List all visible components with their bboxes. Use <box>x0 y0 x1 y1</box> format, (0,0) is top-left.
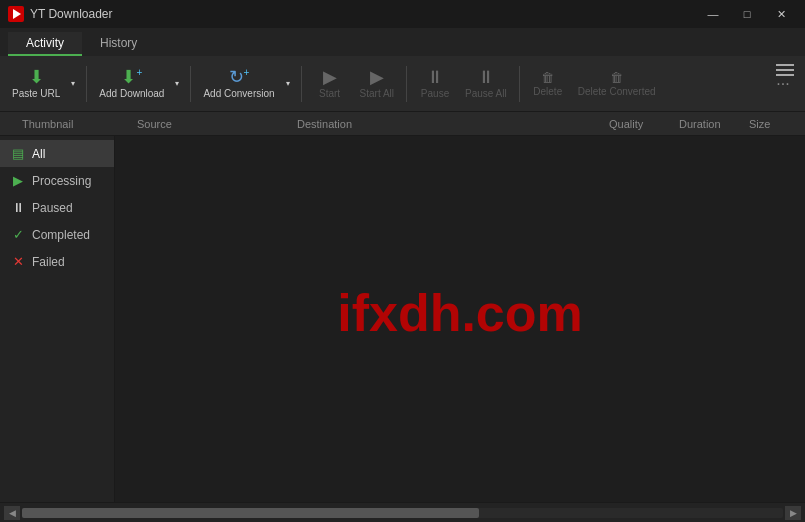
col-size: Size <box>749 118 799 130</box>
sidebar-item-all[interactable]: ▤ All <box>0 140 114 167</box>
start-icon: ▶ <box>323 68 337 86</box>
completed-icon: ✓ <box>10 227 26 242</box>
col-destination: Destination <box>297 118 609 130</box>
title-bar-controls: — □ ✕ <box>697 4 797 24</box>
sep-2 <box>190 66 191 102</box>
sidebar-item-paused-label: Paused <box>32 201 73 215</box>
scroll-track[interactable] <box>22 508 783 518</box>
sidebar: ▤ All ▶ Processing ⏸ Paused ✓ Completed … <box>0 136 115 502</box>
minimize-button[interactable]: — <box>697 4 729 24</box>
delete-button[interactable]: 🗑 Delete <box>526 60 570 108</box>
toolbar: ⬇ Paste URL ▾ ⬇+ Add Download ▾ ↻+ Add C… <box>0 56 805 112</box>
add-download-group: ⬇+ Add Download ▾ <box>93 60 184 108</box>
scroll-right-button[interactable]: ▶ <box>785 506 801 520</box>
scroll-left-button[interactable]: ◀ <box>4 506 20 520</box>
content-area: ifxdh.com <box>115 136 805 502</box>
pause-icon: ⏸ <box>426 68 444 86</box>
hamburger-menu[interactable] <box>771 56 799 84</box>
ham-line-3 <box>776 74 794 76</box>
add-conversion-icon: ↻+ <box>229 68 250 86</box>
sidebar-item-processing[interactable]: ▶ Processing <box>0 167 114 194</box>
sidebar-item-failed[interactable]: ✕ Failed <box>0 248 114 275</box>
app-icon <box>8 6 24 22</box>
col-source: Source <box>137 118 297 130</box>
sidebar-item-completed[interactable]: ✓ Completed <box>0 221 114 248</box>
watermark: ifxdh.com <box>337 283 583 343</box>
add-conversion-dropdown[interactable]: ▾ <box>281 60 295 108</box>
delete-converted-button[interactable]: 🗑 Delete Converted <box>572 60 662 108</box>
failed-icon: ✕ <box>10 254 26 269</box>
sidebar-item-failed-label: Failed <box>32 255 65 269</box>
pause-all-button[interactable]: ⏸ Pause All <box>459 60 513 108</box>
maximize-button[interactable]: □ <box>731 4 763 24</box>
paused-icon: ⏸ <box>10 200 26 215</box>
all-icon: ▤ <box>10 146 26 161</box>
add-conversion-group: ↻+ Add Conversion ▾ <box>197 60 294 108</box>
title-bar-left: YT Downloader <box>8 6 113 22</box>
col-thumbnail: Thumbnail <box>22 118 137 130</box>
add-conversion-button[interactable]: ↻+ Add Conversion <box>197 60 280 108</box>
sidebar-item-paused[interactable]: ⏸ Paused <box>0 194 114 221</box>
sidebar-item-all-label: All <box>32 147 45 161</box>
main-area: ▤ All ▶ Processing ⏸ Paused ✓ Completed … <box>0 136 805 502</box>
sep-3 <box>301 66 302 102</box>
sep-5 <box>519 66 520 102</box>
tab-history[interactable]: History <box>82 32 155 56</box>
tab-area: Activity History <box>0 28 805 56</box>
processing-icon: ▶ <box>10 173 26 188</box>
pause-all-icon: ⏸ <box>477 68 495 86</box>
column-headers: Thumbnail Source Destination Quality Dur… <box>0 112 805 136</box>
pause-button[interactable]: ⏸ Pause <box>413 60 457 108</box>
close-button[interactable]: ✕ <box>765 4 797 24</box>
paste-url-group: ⬇ Paste URL ▾ <box>6 60 80 108</box>
app-title: YT Downloader <box>30 7 113 21</box>
sidebar-item-completed-label: Completed <box>32 228 90 242</box>
start-all-button[interactable]: ▶ Start All <box>354 60 400 108</box>
paste-url-dropdown[interactable]: ▾ <box>66 60 80 108</box>
sidebar-item-processing-label: Processing <box>32 174 91 188</box>
horizontal-scrollbar: ◀ ▶ <box>0 502 805 522</box>
col-quality: Quality <box>609 118 679 130</box>
col-duration: Duration <box>679 118 749 130</box>
add-download-button[interactable]: ⬇+ Add Download <box>93 60 170 108</box>
scroll-thumb[interactable] <box>22 508 479 518</box>
tab-activity[interactable]: Activity <box>8 32 82 56</box>
ham-line-2 <box>776 69 794 71</box>
delete-converted-icon: 🗑 <box>610 71 623 84</box>
tab-bar: Activity History <box>0 28 805 56</box>
paste-url-button[interactable]: ⬇ Paste URL <box>6 60 66 108</box>
ham-line-1 <box>776 64 794 66</box>
title-bar: YT Downloader — □ ✕ <box>0 0 805 28</box>
start-button[interactable]: ▶ Start <box>308 60 352 108</box>
add-download-dropdown[interactable]: ▾ <box>170 60 184 108</box>
add-download-icon: ⬇+ <box>121 68 142 86</box>
paste-url-icon: ⬇ <box>29 68 44 86</box>
start-all-icon: ▶ <box>370 68 384 86</box>
sep-1 <box>86 66 87 102</box>
sep-4 <box>406 66 407 102</box>
delete-icon: 🗑 <box>541 71 554 84</box>
